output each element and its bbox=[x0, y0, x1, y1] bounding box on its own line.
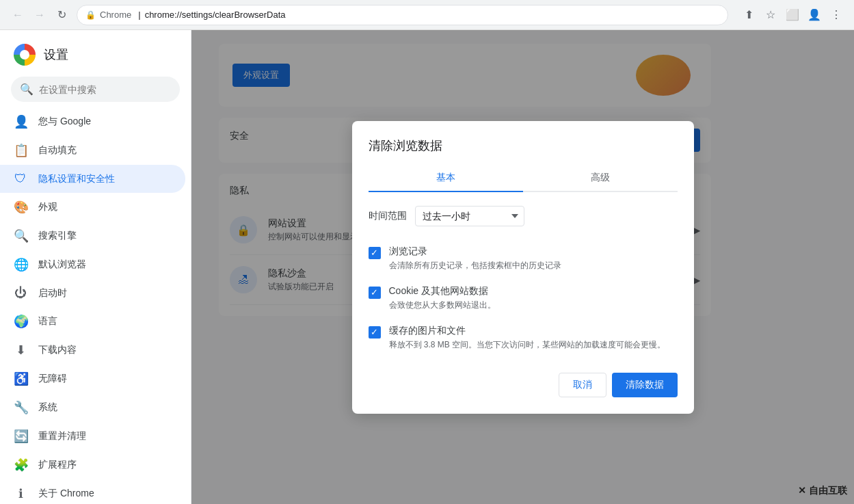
checkbox-cookies[interactable]: ✓ bbox=[369, 287, 381, 299]
checkbox-desc-history: 会清除所有历史记录，包括搜索框中的历史记录 bbox=[389, 259, 678, 271]
sidebar-title: 设置 bbox=[44, 47, 68, 63]
nav-buttons: ← → ↻ bbox=[8, 5, 71, 25]
window-button[interactable]: ⬜ bbox=[783, 5, 802, 25]
accessibility-icon: ♿ bbox=[14, 371, 27, 386]
checkbox-title-history: 浏览记录 bbox=[389, 246, 678, 258]
tab-basic[interactable]: 基本 bbox=[369, 165, 523, 192]
main-content: 外观设置 安全 立即检查 隐私 🔒 网站设置 控制网站可以使用和显示什么信息（如… bbox=[191, 30, 854, 504]
address-url: chrome://settings/clearBrowserData bbox=[145, 10, 286, 20]
sidebar-label-system: 系统 bbox=[38, 401, 57, 414]
back-button[interactable]: ← bbox=[8, 5, 27, 25]
sidebar-item-extensions[interactable]: 🧩 扩展程序 bbox=[0, 451, 185, 479]
sidebar-item-reset[interactable]: 🔄 重置并清理 bbox=[0, 422, 185, 451]
sidebar-label-reset: 重置并清理 bbox=[38, 430, 86, 442]
browser-name: Chrome bbox=[100, 10, 131, 20]
browser-chrome: ← → ↻ 🔒 Chrome | chrome://settings/clear… bbox=[0, 0, 854, 30]
sidebar-label-downloads: 下载内容 bbox=[38, 344, 77, 356]
forward-button[interactable]: → bbox=[30, 5, 49, 25]
chrome-logo-icon bbox=[14, 44, 36, 66]
search-input[interactable] bbox=[39, 84, 171, 95]
sidebar: 设置 🔍 👤 您与 Google 📋 自动填充 🛡 隐私设置和安全性 🎨 外观 … bbox=[0, 30, 191, 504]
checkbox-title-cookies: Cookie 及其他网站数据 bbox=[389, 285, 678, 297]
sidebar-label-privacy: 隐私设置和安全性 bbox=[38, 173, 115, 185]
sidebar-item-about[interactable]: ℹ 关于 Chrome bbox=[0, 479, 185, 504]
checkbox-text-cookies: Cookie 及其他网站数据 会致使您从大多数网站退出。 bbox=[389, 285, 678, 311]
sidebar-item-appearance[interactable]: 🎨 外观 bbox=[0, 193, 185, 222]
checkbox-title-cache: 缓存的图片和文件 bbox=[389, 325, 678, 337]
address-bar[interactable]: 🔒 Chrome | chrome://settings/clearBrowse… bbox=[77, 5, 728, 25]
profile-button[interactable]: 👤 bbox=[805, 5, 824, 25]
sidebar-label-autofill: 自动填充 bbox=[38, 144, 77, 157]
checkbox-cache[interactable]: ✓ bbox=[369, 326, 381, 339]
time-range-row: 时间范围 过去一小时 过去 24 小时 过去 7 天 过去 4 周 全部时间 bbox=[369, 206, 678, 226]
about-icon: ℹ bbox=[14, 486, 27, 501]
google-icon: 👤 bbox=[14, 114, 27, 129]
checkmark-cookies: ✓ bbox=[371, 287, 378, 297]
toolbar-icons: ⬆ ☆ ⬜ 👤 ⋮ bbox=[739, 5, 846, 25]
refresh-button[interactable]: ↻ bbox=[52, 5, 71, 25]
sidebar-label-browser: 默认浏览器 bbox=[38, 258, 86, 271]
cancel-button[interactable]: 取消 bbox=[559, 373, 606, 397]
startup-icon: ⏻ bbox=[14, 286, 27, 300]
autofill-icon: 📋 bbox=[14, 143, 27, 158]
appearance-icon: 🎨 bbox=[14, 200, 27, 215]
search-icon: 🔍 bbox=[20, 83, 34, 96]
reset-icon: 🔄 bbox=[14, 429, 27, 444]
sidebar-label-extensions: 扩展程序 bbox=[38, 459, 77, 471]
checkbox-group: ✓ 浏览记录 会清除所有历史记录，包括搜索框中的历史记录 ✓ Cookie 及其… bbox=[369, 240, 678, 356]
sidebar-item-accessibility[interactable]: ♿ 无障碍 bbox=[0, 364, 185, 393]
settings-container: 设置 🔍 👤 您与 Google 📋 自动填充 🛡 隐私设置和安全性 🎨 外观 … bbox=[0, 30, 854, 504]
sidebar-label-language: 语言 bbox=[38, 315, 57, 328]
sidebar-item-startup[interactable]: ⏻ 启动时 bbox=[0, 279, 185, 307]
checkbox-desc-cookies: 会致使您从大多数网站退出。 bbox=[389, 299, 678, 311]
search-icon: 🔍 bbox=[14, 228, 27, 243]
checkbox-text-cache: 缓存的图片和文件 释放不到 3.8 MB 空间。当您下次访问时，某些网站的加载速… bbox=[389, 325, 678, 351]
sidebar-item-search[interactable]: 🔍 搜索引擎 bbox=[0, 222, 185, 250]
sidebar-item-privacy[interactable]: 🛡 隐私设置和安全性 bbox=[0, 165, 185, 193]
extensions-icon: 🧩 bbox=[14, 457, 27, 473]
sidebar-label-accessibility: 无障碍 bbox=[38, 373, 67, 385]
sidebar-search[interactable]: 🔍 bbox=[11, 77, 180, 102]
sidebar-label-google: 您与 Google bbox=[38, 116, 91, 128]
sidebar-item-google[interactable]: 👤 您与 Google bbox=[0, 107, 185, 136]
address-separator: | bbox=[138, 10, 140, 20]
sidebar-items: 👤 您与 Google 📋 自动填充 🛡 隐私设置和安全性 🎨 外观 🔍 搜索引… bbox=[0, 107, 191, 504]
sidebar-label-appearance: 外观 bbox=[38, 201, 57, 213]
checkbox-item-history: ✓ 浏览记录 会清除所有历史记录，包括搜索框中的历史记录 bbox=[369, 240, 678, 277]
clear-data-dialog: 清除浏览数据 基本 高级 时间范围 过去一小时 过去 24 小时 过去 7 天 … bbox=[352, 121, 694, 414]
checkbox-history[interactable]: ✓ bbox=[369, 247, 381, 259]
checkmark-history: ✓ bbox=[371, 248, 378, 258]
lock-icon: 🔒 bbox=[85, 10, 96, 20]
bookmark-button[interactable]: ☆ bbox=[761, 5, 780, 25]
system-icon: 🔧 bbox=[14, 400, 27, 415]
menu-button[interactable]: ⋮ bbox=[827, 5, 846, 25]
sidebar-label-about: 关于 Chrome bbox=[38, 488, 94, 500]
checkmark-cache: ✓ bbox=[371, 327, 378, 337]
dialog-overlay[interactable]: 清除浏览数据 基本 高级 时间范围 过去一小时 过去 24 小时 过去 7 天 … bbox=[191, 30, 854, 504]
dialog-actions: 取消 清除数据 bbox=[369, 373, 678, 397]
dialog-title: 清除浏览数据 bbox=[369, 137, 678, 154]
sidebar-logo: 设置 bbox=[0, 36, 191, 77]
sidebar-item-downloads[interactable]: ⬇ 下载内容 bbox=[0, 336, 185, 364]
checkbox-desc-cache: 释放不到 3.8 MB 空间。当您下次访问时，某些网站的加载速度可能会更慢。 bbox=[389, 339, 678, 351]
checkbox-item-cookies: ✓ Cookie 及其他网站数据 会致使您从大多数网站退出。 bbox=[369, 280, 678, 317]
time-range-label: 时间范围 bbox=[369, 210, 407, 222]
browser-icon: 🌐 bbox=[14, 257, 27, 272]
sidebar-item-autofill[interactable]: 📋 自动填充 bbox=[0, 136, 185, 165]
tab-advanced[interactable]: 高级 bbox=[523, 165, 678, 192]
clear-data-button[interactable]: 清除数据 bbox=[612, 373, 678, 397]
checkbox-text-history: 浏览记录 会清除所有历史记录，包括搜索框中的历史记录 bbox=[389, 246, 678, 271]
dialog-tabs: 基本 高级 bbox=[369, 165, 678, 192]
downloads-icon: ⬇ bbox=[14, 343, 27, 358]
language-icon: 🌍 bbox=[14, 314, 27, 329]
privacy-icon: 🛡 bbox=[14, 172, 27, 186]
share-button[interactable]: ⬆ bbox=[739, 5, 758, 25]
time-range-select[interactable]: 过去一小时 过去 24 小时 过去 7 天 过去 4 周 全部时间 bbox=[415, 206, 524, 226]
checkbox-item-cache: ✓ 缓存的图片和文件 释放不到 3.8 MB 空间。当您下次访问时，某些网站的加… bbox=[369, 319, 678, 356]
sidebar-item-browser[interactable]: 🌐 默认浏览器 bbox=[0, 250, 185, 279]
sidebar-label-startup: 启动时 bbox=[38, 287, 67, 300]
sidebar-item-language[interactable]: 🌍 语言 bbox=[0, 307, 185, 336]
sidebar-item-system[interactable]: 🔧 系统 bbox=[0, 393, 185, 422]
sidebar-label-search: 搜索引擎 bbox=[38, 230, 77, 242]
